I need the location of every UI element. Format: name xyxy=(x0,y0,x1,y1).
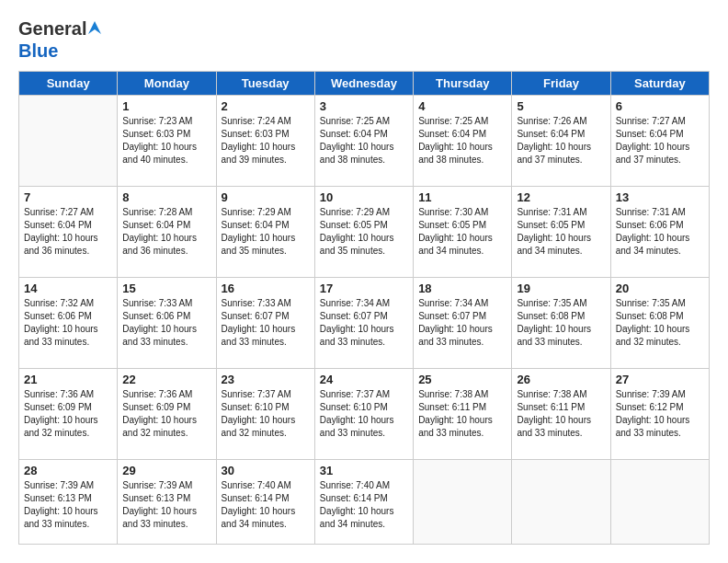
calendar-cell: 8Sunrise: 7:28 AM Sunset: 6:04 PM Daylig… xyxy=(118,186,216,277)
day-number: 28 xyxy=(24,464,112,477)
day-number: 15 xyxy=(122,282,210,295)
calendar-cell: 4Sunrise: 7:25 AM Sunset: 6:04 PM Daylig… xyxy=(414,95,512,186)
day-number: 26 xyxy=(517,373,605,386)
calendar-cell: 27Sunrise: 7:39 AM Sunset: 6:12 PM Dayli… xyxy=(610,368,709,459)
calendar-cell xyxy=(610,459,709,544)
day-info: Sunrise: 7:26 AM Sunset: 6:04 PM Dayligh… xyxy=(517,115,605,167)
calendar-cell: 19Sunrise: 7:35 AM Sunset: 6:08 PM Dayli… xyxy=(512,277,610,368)
day-number: 16 xyxy=(222,282,310,295)
calendar-cell: 16Sunrise: 7:33 AM Sunset: 6:07 PM Dayli… xyxy=(216,277,314,368)
day-info: Sunrise: 7:38 AM Sunset: 6:11 PM Dayligh… xyxy=(517,388,605,440)
day-info: Sunrise: 7:33 AM Sunset: 6:07 PM Dayligh… xyxy=(222,297,310,349)
calendar-cell: 13Sunrise: 7:31 AM Sunset: 6:06 PM Dayli… xyxy=(610,186,709,277)
day-number: 11 xyxy=(418,190,506,204)
calendar-cell: 31Sunrise: 7:40 AM Sunset: 6:14 PM Dayli… xyxy=(314,459,413,544)
day-info: Sunrise: 7:29 AM Sunset: 6:04 PM Dayligh… xyxy=(222,206,310,258)
calendar-cell: 14Sunrise: 7:32 AM Sunset: 6:06 PM Dayli… xyxy=(19,277,118,368)
day-info: Sunrise: 7:34 AM Sunset: 6:07 PM Dayligh… xyxy=(320,297,408,349)
day-number: 13 xyxy=(616,190,704,204)
day-number: 27 xyxy=(616,373,704,386)
day-number: 25 xyxy=(418,373,506,386)
weekday-header: Saturday xyxy=(610,71,709,95)
logo: General Blue xyxy=(18,18,101,60)
calendar-cell: 3Sunrise: 7:25 AM Sunset: 6:04 PM Daylig… xyxy=(314,95,413,186)
day-info: Sunrise: 7:30 AM Sunset: 6:05 PM Dayligh… xyxy=(418,206,506,258)
calendar-cell: 21Sunrise: 7:36 AM Sunset: 6:09 PM Dayli… xyxy=(19,368,118,459)
day-info: Sunrise: 7:27 AM Sunset: 6:04 PM Dayligh… xyxy=(24,206,112,258)
day-info: Sunrise: 7:27 AM Sunset: 6:04 PM Dayligh… xyxy=(616,115,704,167)
calendar-cell: 9Sunrise: 7:29 AM Sunset: 6:04 PM Daylig… xyxy=(216,186,314,277)
calendar-week-row: 1Sunrise: 7:23 AM Sunset: 6:03 PM Daylig… xyxy=(19,95,710,186)
day-number: 22 xyxy=(122,373,210,386)
day-info: Sunrise: 7:23 AM Sunset: 6:03 PM Dayligh… xyxy=(122,115,210,167)
day-info: Sunrise: 7:40 AM Sunset: 6:14 PM Dayligh… xyxy=(222,479,310,531)
weekday-header: Sunday xyxy=(19,71,118,95)
logo-general: General xyxy=(18,18,86,39)
calendar-cell: 11Sunrise: 7:30 AM Sunset: 6:05 PM Dayli… xyxy=(414,186,512,277)
day-info: Sunrise: 7:39 AM Sunset: 6:13 PM Dayligh… xyxy=(122,479,210,531)
calendar-table: SundayMondayTuesdayWednesdayThursdayFrid… xyxy=(18,71,710,545)
day-info: Sunrise: 7:39 AM Sunset: 6:12 PM Dayligh… xyxy=(616,388,704,440)
calendar-week-row: 14Sunrise: 7:32 AM Sunset: 6:06 PM Dayli… xyxy=(19,277,710,368)
day-info: Sunrise: 7:36 AM Sunset: 6:09 PM Dayligh… xyxy=(24,388,112,440)
calendar-cell: 1Sunrise: 7:23 AM Sunset: 6:03 PM Daylig… xyxy=(118,95,216,186)
calendar-week-row: 7Sunrise: 7:27 AM Sunset: 6:04 PM Daylig… xyxy=(19,186,710,277)
day-info: Sunrise: 7:25 AM Sunset: 6:04 PM Dayligh… xyxy=(418,115,506,167)
calendar-cell: 30Sunrise: 7:40 AM Sunset: 6:14 PM Dayli… xyxy=(216,459,314,544)
calendar-header-row: SundayMondayTuesdayWednesdayThursdayFrid… xyxy=(19,71,710,95)
day-info: Sunrise: 7:32 AM Sunset: 6:06 PM Dayligh… xyxy=(24,297,112,349)
weekday-header: Monday xyxy=(118,71,216,95)
calendar-cell: 22Sunrise: 7:36 AM Sunset: 6:09 PM Dayli… xyxy=(118,368,216,459)
day-number: 30 xyxy=(222,464,310,477)
day-info: Sunrise: 7:31 AM Sunset: 6:05 PM Dayligh… xyxy=(517,206,605,258)
day-number: 4 xyxy=(418,99,506,113)
day-number: 23 xyxy=(222,373,310,386)
calendar-cell xyxy=(512,459,610,544)
day-number: 19 xyxy=(517,282,605,295)
weekday-header: Wednesday xyxy=(314,71,413,95)
day-number: 29 xyxy=(122,464,210,477)
calendar-cell xyxy=(19,95,118,186)
day-number: 3 xyxy=(320,99,408,113)
day-number: 5 xyxy=(517,99,605,113)
day-info: Sunrise: 7:36 AM Sunset: 6:09 PM Dayligh… xyxy=(122,388,210,440)
calendar-cell: 2Sunrise: 7:24 AM Sunset: 6:03 PM Daylig… xyxy=(216,95,314,186)
day-info: Sunrise: 7:37 AM Sunset: 6:10 PM Dayligh… xyxy=(222,388,310,440)
calendar-cell: 26Sunrise: 7:38 AM Sunset: 6:11 PM Dayli… xyxy=(512,368,610,459)
day-info: Sunrise: 7:33 AM Sunset: 6:06 PM Dayligh… xyxy=(122,297,210,349)
calendar-cell: 25Sunrise: 7:38 AM Sunset: 6:11 PM Dayli… xyxy=(414,368,512,459)
day-number: 2 xyxy=(222,99,310,113)
weekday-header: Thursday xyxy=(414,71,512,95)
logo-blue: Blue xyxy=(18,40,58,61)
day-info: Sunrise: 7:29 AM Sunset: 6:05 PM Dayligh… xyxy=(320,206,408,258)
calendar-cell: 12Sunrise: 7:31 AM Sunset: 6:05 PM Dayli… xyxy=(512,186,610,277)
calendar-cell: 5Sunrise: 7:26 AM Sunset: 6:04 PM Daylig… xyxy=(512,95,610,186)
day-number: 14 xyxy=(24,282,112,295)
calendar-cell: 17Sunrise: 7:34 AM Sunset: 6:07 PM Dayli… xyxy=(314,277,413,368)
day-info: Sunrise: 7:28 AM Sunset: 6:04 PM Dayligh… xyxy=(122,206,210,258)
weekday-header: Friday xyxy=(512,71,610,95)
day-info: Sunrise: 7:24 AM Sunset: 6:03 PM Dayligh… xyxy=(222,115,310,167)
logo-bird-icon xyxy=(88,21,101,41)
calendar-cell: 10Sunrise: 7:29 AM Sunset: 6:05 PM Dayli… xyxy=(314,186,413,277)
day-number: 10 xyxy=(320,190,408,204)
calendar-week-row: 21Sunrise: 7:36 AM Sunset: 6:09 PM Dayli… xyxy=(19,368,710,459)
day-info: Sunrise: 7:35 AM Sunset: 6:08 PM Dayligh… xyxy=(616,297,704,349)
header: General Blue xyxy=(18,18,710,60)
day-info: Sunrise: 7:40 AM Sunset: 6:14 PM Dayligh… xyxy=(320,479,408,531)
svg-marker-0 xyxy=(88,21,101,34)
day-info: Sunrise: 7:34 AM Sunset: 6:07 PM Dayligh… xyxy=(418,297,506,349)
calendar-cell: 18Sunrise: 7:34 AM Sunset: 6:07 PM Dayli… xyxy=(414,277,512,368)
calendar-cell: 7Sunrise: 7:27 AM Sunset: 6:04 PM Daylig… xyxy=(19,186,118,277)
day-number: 7 xyxy=(24,190,112,204)
calendar-week-row: 28Sunrise: 7:39 AM Sunset: 6:13 PM Dayli… xyxy=(19,459,710,544)
day-number: 6 xyxy=(616,99,704,113)
day-info: Sunrise: 7:35 AM Sunset: 6:08 PM Dayligh… xyxy=(517,297,605,349)
day-number: 17 xyxy=(320,282,408,295)
day-info: Sunrise: 7:25 AM Sunset: 6:04 PM Dayligh… xyxy=(320,115,408,167)
day-number: 12 xyxy=(517,190,605,204)
weekday-header: Tuesday xyxy=(216,71,314,95)
day-number: 24 xyxy=(320,373,408,386)
day-number: 20 xyxy=(616,282,704,295)
calendar-cell: 24Sunrise: 7:37 AM Sunset: 6:10 PM Dayli… xyxy=(314,368,413,459)
